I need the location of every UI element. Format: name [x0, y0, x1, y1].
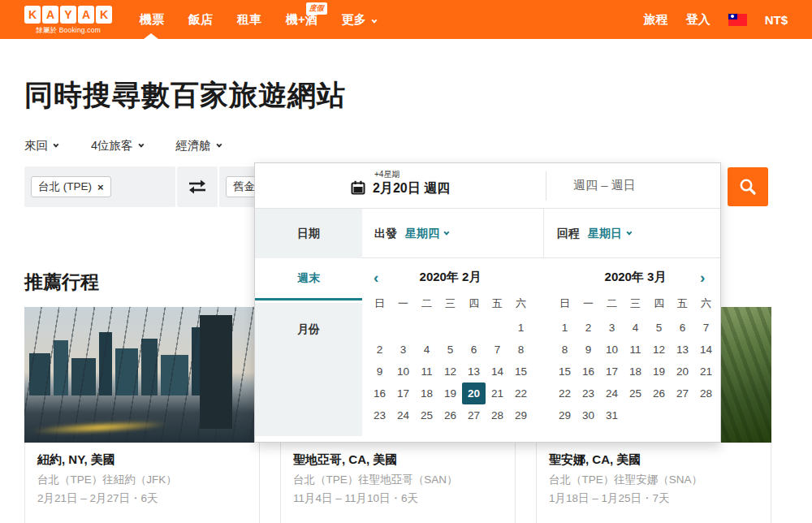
calendar-day[interactable]: 19 [647, 361, 671, 383]
trip-type-dropdown[interactable]: 來回 [24, 138, 57, 153]
card-route: 台北（TPE）往紐約（JFK） [37, 473, 247, 487]
calendar-day[interactable]: 24 [391, 404, 415, 426]
calendar-day[interactable]: 30 [577, 404, 600, 426]
calendar-day[interactable]: 4 [415, 339, 438, 361]
calendar-day[interactable]: 25 [415, 404, 438, 426]
calendar-day[interactable]: 23 [368, 404, 391, 426]
selected-date-display[interactable]: +4星期 2月20日 週四 [351, 169, 450, 197]
calendar-day[interactable]: 19 [438, 383, 462, 404]
nav-more[interactable]: 更多 [340, 9, 377, 31]
travelers-dropdown[interactable]: 4位旅客 [91, 138, 142, 153]
calendar-day[interactable]: 27 [462, 404, 486, 426]
tab-dates[interactable]: 日期 [255, 209, 362, 258]
calendar-day[interactable]: 22 [509, 383, 533, 404]
calendar-day[interactable]: 14 [486, 361, 509, 383]
calendar-day[interactable]: 14 [694, 339, 718, 361]
calendar-day[interactable]: 17 [600, 361, 624, 383]
search-filters: 來回 4位旅客 經濟艙 [24, 138, 220, 153]
calendar-day[interactable]: 27 [671, 383, 694, 404]
calendar-day[interactable]: 2 [577, 317, 600, 339]
calendar-day[interactable]: 22 [553, 383, 577, 404]
nav-hotels[interactable]: 飯店 [187, 9, 214, 31]
calendar-day[interactable]: 23 [577, 383, 600, 404]
nav-cars[interactable]: 租車 [235, 9, 263, 31]
card-body: 紐約, NY, 美國 台北（TPE）往紐約（JFK） 2月21日 – 2月27日… [24, 443, 260, 523]
calendar-day[interactable]: 3 [600, 317, 624, 339]
tab-months[interactable]: 月份 [255, 303, 362, 436]
origin-chip[interactable]: 台北 (TPE) × [31, 176, 111, 197]
calendar-day[interactable]: 10 [600, 339, 624, 361]
nav-flights[interactable]: 機票 [138, 9, 166, 31]
calendar-day[interactable]: 31 [600, 404, 624, 426]
calendar-day[interactable]: 24 [600, 383, 624, 404]
calendar-day[interactable]: 13 [462, 361, 486, 383]
calendar-day[interactable]: 12 [438, 361, 462, 383]
calendar-day[interactable]: 15 [553, 361, 577, 383]
currency-selector[interactable]: NT$ [765, 13, 788, 27]
weekend-range-label: 週四 – 週日 [573, 178, 636, 193]
kayak-logo[interactable]: K A Y A K 隸屬於 Booking.com [24, 6, 112, 36]
calendar-day[interactable]: 5 [438, 339, 462, 361]
calendar-day[interactable]: 28 [486, 404, 509, 426]
calendar-day[interactable]: 21 [694, 361, 718, 383]
calendar-day[interactable]: 8 [553, 339, 577, 361]
controls-divider [543, 209, 544, 258]
header-divider [546, 171, 546, 201]
cabin-class-dropdown[interactable]: 經濟艙 [176, 138, 221, 153]
tab-weekend[interactable]: 週末 [255, 258, 362, 300]
calendar-day[interactable]: 4 [624, 317, 647, 339]
weekday-header: 六 [694, 296, 718, 315]
calendar-day[interactable]: 7 [694, 317, 718, 339]
calendar-day[interactable]: 16 [368, 383, 391, 404]
calendar-day[interactable]: 13 [671, 339, 694, 361]
calendar-day[interactable]: 6 [462, 339, 486, 361]
calendar-day[interactable]: 11 [624, 339, 647, 361]
calendar-day[interactable]: 9 [368, 361, 391, 383]
selected-date-text: +4星期 2月20日 週四 [373, 169, 450, 197]
login-link[interactable]: 登入 [686, 12, 710, 28]
calendar-day[interactable]: 25 [624, 383, 647, 404]
calendar-blank-cell [486, 317, 509, 339]
calendar-day[interactable]: 28 [694, 383, 718, 404]
search-button[interactable] [728, 167, 768, 206]
calendar-day[interactable]: 18 [415, 383, 438, 404]
calendar-day[interactable]: 26 [647, 383, 671, 404]
card-dates: 1月18日 – 1月25日・7天 [549, 491, 758, 506]
depart-day-selector[interactable]: 出發 星期四 [374, 209, 447, 258]
calendar-day[interactable]: 29 [509, 404, 533, 426]
calendar-day[interactable]: 20 [671, 361, 694, 383]
calendar-day[interactable]: 26 [438, 404, 462, 426]
calendar-day[interactable]: 29 [553, 404, 577, 426]
calendar-day[interactable]: 2 [368, 339, 391, 361]
chevron-down-icon [216, 142, 222, 148]
calendar-day[interactable]: 10 [391, 361, 415, 383]
nav-packages[interactable]: 機+酒 度假 [284, 9, 319, 31]
calendar-day[interactable]: 17 [391, 383, 415, 404]
remove-origin-icon[interactable]: × [97, 181, 104, 193]
calendar-day[interactable]: 5 [647, 317, 671, 339]
return-day-selector[interactable]: 回程 星期日 [557, 209, 630, 258]
calendar-day[interactable]: 1 [553, 317, 577, 339]
calendar-day[interactable]: 18 [624, 361, 647, 383]
calendar-day[interactable]: 15 [509, 361, 533, 383]
calendar-day-selected[interactable]: 20 [462, 383, 486, 404]
calendar-day[interactable]: 21 [486, 383, 509, 404]
calendar-day[interactable]: 11 [415, 361, 438, 383]
trip-card-new-york[interactable]: 紐約, NY, 美國 台北（TPE）往紐約（JFK） 2月21日 – 2月27日… [24, 307, 260, 523]
calendar-day[interactable]: 1 [509, 317, 533, 339]
origin-field[interactable]: 台北 (TPE) × [24, 166, 175, 207]
calendar-day[interactable]: 3 [391, 339, 415, 361]
trip-type-label: 來回 [24, 138, 48, 153]
trips-link[interactable]: 旅程 [644, 12, 668, 28]
card-title: 聖地亞哥, CA, 美國 [293, 452, 503, 468]
calendar-day[interactable]: 12 [647, 339, 671, 361]
calendar-day[interactable]: 9 [577, 339, 600, 361]
taiwan-flag-icon[interactable] [728, 14, 747, 26]
swap-origin-destination-button[interactable] [177, 166, 218, 207]
calendar-day[interactable]: 16 [577, 361, 600, 383]
calendar-day[interactable]: 8 [509, 339, 533, 361]
weekday-header: 日 [553, 296, 577, 315]
calendar-day[interactable]: 6 [671, 317, 694, 339]
calendar-day[interactable]: 7 [486, 339, 509, 361]
recommended-trips-title: 推薦行程 [24, 270, 99, 295]
